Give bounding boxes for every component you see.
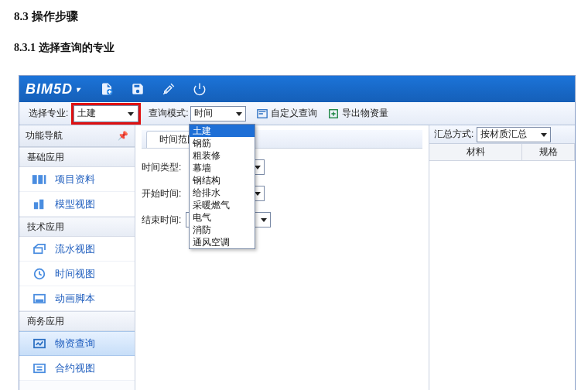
col-material[interactable]: 材料 [429, 144, 522, 160]
sidebar-group-tech[interactable]: 技术应用 [19, 217, 135, 237]
svg-rect-5 [38, 175, 43, 184]
svg-rect-4 [32, 175, 37, 184]
heading-8-3-1: 8.3.1 选择查询的专业 [14, 41, 574, 55]
select-major-dropdown[interactable]: 土建 [74, 105, 138, 122]
material-query-icon [32, 337, 47, 351]
svg-rect-14 [34, 364, 45, 372]
model-view-icon [32, 197, 47, 211]
pin-icon[interactable]: 📌 [118, 131, 128, 141]
svg-rect-6 [44, 175, 46, 184]
query-mode-label: 查询模式: [149, 107, 188, 120]
dropdown-option[interactable]: 幕墙 [190, 162, 255, 174]
animation-icon [32, 292, 47, 306]
grid-body [429, 161, 575, 390]
dropdown-option[interactable]: 采暖燃气 [190, 199, 255, 211]
app-window: BIM5D ▾ 选择专业: 土建 查询模式: 时间 [19, 75, 576, 390]
end-time-label: 结束时间: [142, 214, 181, 227]
save-icon[interactable] [130, 81, 145, 97]
time-view-icon [32, 267, 47, 281]
center-tab-strip: 时间范围 [142, 130, 422, 149]
dropdown-option[interactable]: 土建 [190, 125, 255, 137]
select-major-highlight: 土建 [71, 103, 141, 125]
heading-8-3: 8.3 操作步骤 [14, 9, 574, 24]
sidebar-item-animation[interactable]: 动画脚本 [19, 286, 135, 311]
title-bar: BIM5D ▾ [19, 76, 575, 102]
product-logo[interactable]: BIM5D ▾ [26, 81, 80, 98]
chevron-down-icon: ▾ [76, 85, 80, 94]
sidebar-item-model-view[interactable]: 模型视图 [19, 192, 135, 217]
dropdown-option[interactable]: 钢结构 [190, 174, 255, 186]
project-info-icon [32, 173, 47, 186]
sidebar-item-contract-view[interactable]: 合约视图 [19, 356, 135, 381]
sidebar-header: 功能导航 📌 [19, 125, 135, 147]
major-dropdown-popup[interactable]: 土建 钢筋 粗装修 幕墙 钢结构 给排水 采暖燃气 电气 消防 通风空调 [189, 124, 255, 249]
new-icon[interactable] [99, 81, 115, 97]
sidebar-group-basic[interactable]: 基础应用 [19, 147, 135, 167]
query-mode-dropdown[interactable]: 时间 [190, 106, 246, 121]
toolbar: 选择专业: 土建 查询模式: 时间 自定义查询 导出物资量 [19, 102, 575, 125]
sidebar-group-business[interactable]: 商务应用 [19, 311, 135, 331]
sidebar-item-flow-view[interactable]: 流水视图 [19, 237, 135, 262]
grid-header: 材料 规格 [429, 144, 575, 161]
custom-query-icon [257, 108, 268, 119]
summary-mode-label: 汇总方式: [434, 128, 473, 141]
dropdown-option[interactable]: 电气 [190, 211, 255, 224]
sidebar-item-time-view[interactable]: 时间视图 [19, 262, 135, 286]
svg-rect-12 [36, 299, 43, 301]
col-spec[interactable]: 规格 [522, 144, 575, 160]
flow-view-icon [32, 242, 47, 256]
center-panel: 时间范围 土建 钢筋 粗装修 幕墙 钢结构 给排水 采暖燃气 电气 消防 通风空… [135, 125, 429, 390]
dropdown-option[interactable]: 钢筋 [190, 137, 255, 149]
sidebar-item-material-query[interactable]: 物资查询 [19, 331, 135, 356]
power-icon[interactable] [192, 81, 207, 97]
sidebar: 功能导航 📌 基础应用 项目资料 模型视图 技术应用 流水视图 时间视图 [19, 125, 135, 390]
select-major-label: 选择专业: [29, 107, 68, 120]
export-button[interactable]: 导出物资量 [328, 107, 388, 120]
svg-rect-8 [39, 199, 43, 208]
dropdown-option[interactable]: 通风空调 [190, 236, 255, 248]
tools-icon[interactable] [161, 81, 176, 97]
dropdown-option[interactable]: 给排水 [190, 186, 255, 199]
svg-rect-7 [34, 202, 38, 209]
svg-rect-9 [34, 248, 43, 253]
export-icon [328, 108, 339, 119]
sidebar-item-project-info[interactable]: 项目资料 [19, 167, 135, 192]
custom-query-button[interactable]: 自定义查询 [257, 107, 317, 120]
summary-mode-dropdown[interactable]: 按材质汇总 [477, 127, 551, 142]
right-panel: 汇总方式: 按材质汇总 材料 规格 [429, 125, 575, 390]
start-time-label: 开始时间: [142, 187, 181, 200]
dropdown-option[interactable]: 消防 [190, 224, 255, 236]
time-type-label: 时间类型: [142, 161, 181, 174]
contract-view-icon [32, 361, 47, 375]
dropdown-option[interactable]: 粗装修 [190, 149, 255, 162]
